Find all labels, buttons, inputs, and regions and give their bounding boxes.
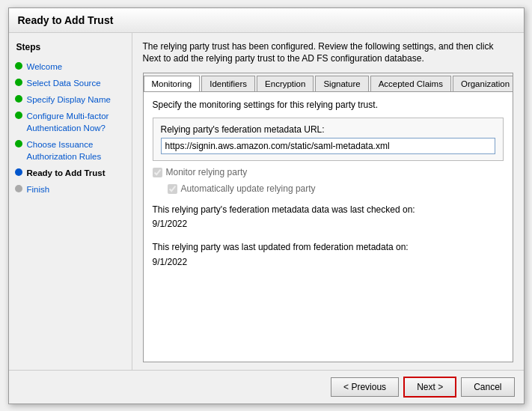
last-updated-text: This relying party was last updated from… bbox=[153, 240, 504, 269]
last-checked-value: 9/1/2022 bbox=[153, 217, 504, 231]
step-dot-specify bbox=[15, 95, 22, 103]
previous-button[interactable]: < Previous bbox=[331, 377, 399, 397]
tab-signature[interactable]: Signature bbox=[315, 76, 368, 91]
sidebar-item-configure-mfa[interactable]: Configure Multi-factor Authentication No… bbox=[9, 108, 132, 136]
tab-bar: Monitoring Identifiers Encryption Signat… bbox=[144, 73, 513, 92]
sidebar-item-label-select: Select Data Source bbox=[27, 77, 127, 89]
main-content: The relying party trust has been configu… bbox=[132, 33, 524, 370]
step-dot-ready bbox=[15, 168, 22, 176]
last-updated-label: This relying party was last updated from… bbox=[153, 240, 504, 255]
tab-monitoring[interactable]: Monitoring bbox=[144, 76, 201, 92]
sidebar-item-select-data-source[interactable]: Select Data Source bbox=[9, 75, 132, 91]
dialog-body: Steps Welcome Select Data Source Specify… bbox=[9, 33, 524, 370]
monitor-checkbox-row: Monitor relying party bbox=[153, 167, 504, 177]
cancel-button[interactable]: Cancel bbox=[461, 377, 514, 397]
auto-update-checkbox[interactable] bbox=[168, 184, 177, 194]
federation-metadata-url-input[interactable] bbox=[161, 138, 495, 154]
last-updated-value: 9/1/2022 bbox=[153, 255, 504, 270]
auto-update-checkbox-label: Automatically update relying party bbox=[181, 183, 316, 194]
tab-content-monitoring: Specify the monitoring settings for this… bbox=[144, 92, 513, 361]
sidebar-item-label-finish: Finish bbox=[27, 183, 127, 195]
sidebar-item-label-ready: Ready to Add Trust bbox=[27, 167, 127, 179]
monitor-checkbox[interactable] bbox=[153, 168, 162, 177]
sidebar-item-ready-to-add[interactable]: Ready to Add Trust bbox=[9, 165, 132, 181]
sidebar-item-label-welcome: Welcome bbox=[27, 61, 127, 73]
sidebar: Steps Welcome Select Data Source Specify… bbox=[9, 33, 132, 370]
next-button[interactable]: Next > bbox=[403, 377, 456, 398]
dialog-title: Ready to Add Trust bbox=[9, 8, 524, 33]
url-field-label: Relying party's federation metadata URL: bbox=[161, 124, 495, 135]
sidebar-title: Steps bbox=[9, 39, 132, 58]
url-field-group: Relying party's federation metadata URL: bbox=[153, 118, 504, 161]
sidebar-item-label-specify: Specify Display Name bbox=[27, 94, 127, 106]
last-checked-text: This relying party's federation metadata… bbox=[153, 203, 504, 231]
step-dot-mfa bbox=[15, 112, 22, 119]
dialog-footer: < Previous Next > Cancel bbox=[9, 370, 524, 404]
step-dot-welcome bbox=[15, 62, 22, 70]
sidebar-item-label-mfa: Configure Multi-factor Authentication No… bbox=[27, 110, 127, 134]
sidebar-item-choose-issuance[interactable]: Choose Issuance Authorization Rules bbox=[9, 136, 132, 165]
auto-update-checkbox-row: Automatically update relying party bbox=[168, 183, 504, 194]
monitoring-description: Specify the monitoring settings for this… bbox=[153, 100, 504, 110]
last-checked-label: This relying party's federation metadata… bbox=[153, 203, 504, 217]
sidebar-item-welcome[interactable]: Welcome bbox=[9, 58, 132, 75]
sidebar-item-label-issuance: Choose Issuance Authorization Rules bbox=[27, 138, 127, 162]
sidebar-item-specify-display-name[interactable]: Specify Display Name bbox=[9, 91, 132, 108]
step-dot-issuance bbox=[15, 140, 22, 147]
tab-identifiers[interactable]: Identifiers bbox=[201, 76, 255, 91]
step-dot-select bbox=[15, 79, 22, 86]
step-dot-finish bbox=[15, 185, 22, 192]
tab-encryption[interactable]: Encryption bbox=[257, 76, 314, 91]
main-dialog: Ready to Add Trust Steps Welcome Select … bbox=[8, 7, 525, 404]
sidebar-item-finish[interactable]: Finish bbox=[9, 181, 132, 198]
tab-container: Monitoring Identifiers Encryption Signat… bbox=[143, 73, 513, 362]
intro-text: The relying party trust has been configu… bbox=[143, 40, 513, 66]
tab-organization[interactable]: Organization bbox=[453, 76, 513, 91]
tab-accepted-claims[interactable]: Accepted Claims bbox=[370, 76, 451, 91]
monitor-checkbox-label: Monitor relying party bbox=[166, 167, 248, 177]
